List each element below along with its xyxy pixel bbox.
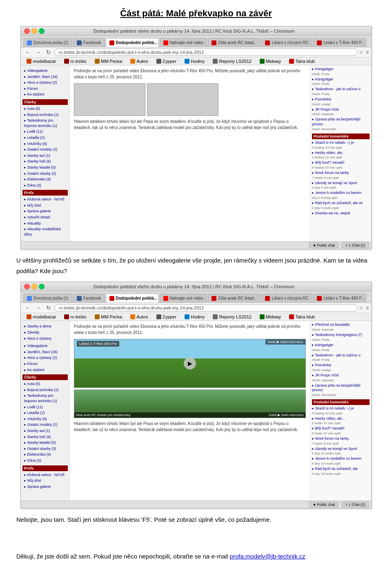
nav-menu-icon-1[interactable]: ≡: [366, 49, 369, 55]
sl2-stavby-let[interactable]: Stavby letadel (0): [22, 440, 68, 446]
sidebar-link-videogalerie-1[interactable]: Videogalerie: [22, 68, 68, 74]
sidebar-link-stazeni-1[interactable]: Ke stažení: [22, 91, 68, 98]
bookmark-midway-1[interactable]: Midway: [257, 58, 283, 64]
sl-elektronika-1[interactable]: Elektronika (9): [22, 176, 68, 182]
public-chat-btn-1[interactable]: ★ Public chat: [309, 243, 339, 248]
bookmark-tatra-2[interactable]: Tatra klub: [287, 314, 317, 320]
bookmark-pecka-2[interactable]: MM Pecka: [92, 314, 125, 320]
reload-btn-2[interactable]: ↻: [45, 304, 53, 312]
sl-stavby-let-1[interactable]: Stavby letadel (0): [22, 165, 68, 171]
bookmark-zypper-2[interactable]: Zypper: [154, 314, 179, 320]
sl-stavby-domy-2[interactable]: Stavby a domy: [22, 323, 68, 329]
chat-close-btn-1[interactable]: × 1 Chat (2): [342, 243, 369, 248]
public-chat-btn-2[interactable]: ★ Public chat: [309, 502, 339, 507]
sl2-vrtulniky[interactable]: Vrtulníky (6): [22, 416, 68, 422]
sl-vrtulniky-1[interactable]: Vrtulníky (6): [22, 141, 68, 147]
sl2-letadla[interactable]: Letadla (2): [22, 410, 68, 416]
maximize-btn-2[interactable]: [39, 284, 45, 289]
bookmark-reporty-1[interactable]: Reporty LS2012: [210, 58, 254, 64]
address-bar-1[interactable]: rc-trebic.jb-technik.cz/dodopoledn-pol-t…: [54, 49, 357, 56]
sl2-ucet[interactable]: Můj účet: [22, 478, 68, 484]
sidebar-link-jezde-1[interactable]: Jezdění, lítaní (26): [22, 74, 68, 80]
sl2-klubova[interactable]: Klubová sekce - NOVÉ: [22, 472, 68, 478]
minimize-btn-2[interactable]: [31, 284, 37, 289]
nav-star-icon-1[interactable]: ☆: [359, 49, 363, 55]
sl-letadla-1[interactable]: Letadla (2): [22, 135, 68, 141]
bookmark-hodiny-2[interactable]: Hodiny: [182, 314, 207, 320]
address-bar-2[interactable]: rc-trebic.jb-technik.cz/dodopoledn-pol-t…: [54, 304, 357, 312]
sl-akce2-2[interactable]: Akce a výstavy (2): [22, 355, 68, 361]
sl2-elektronika[interactable]: Elektronika (9): [22, 452, 68, 458]
tab-gmail-1[interactable]: Doručená pošta (1): [23, 38, 72, 47]
sl2-auta[interactable]: Auta (6): [22, 381, 68, 387]
video-controls-1[interactable]: Sdílet ▶ Další informace: [265, 339, 305, 345]
sl2-tankodrom[interactable]: Tankodromy pro bojovou techniku (1): [22, 393, 68, 404]
sl-lode-1[interactable]: Lodě (11): [22, 129, 68, 135]
tab-zeta-1[interactable]: Zéta aneb RC letad...: [208, 38, 261, 47]
video-player-1[interactable]: Létání s T-Rex 450 Pro Sdílet ▶ Další in…: [74, 339, 306, 388]
tab-letani-2[interactable]: Létání s různými RC: [261, 294, 312, 303]
nav-star-icon-2[interactable]: ☆: [359, 305, 363, 311]
bookmark-midway-2[interactable]: Midway: [257, 314, 283, 320]
sl2-bojova[interactable]: Bojová technika (2): [22, 387, 68, 393]
forward-btn-1[interactable]: →: [34, 49, 43, 56]
tab-trex-1[interactable]: Létání s T-Rex 450 P...: [313, 38, 366, 47]
sl-ost-stavby-1[interactable]: Ostatní stavby (3): [22, 171, 68, 177]
chat-close-btn-2[interactable]: × 1 Chat (2): [342, 502, 369, 507]
sl-stazeni-2[interactable]: Ke stažení: [22, 367, 68, 373]
play-icon-1[interactable]: ▶: [184, 357, 196, 369]
sl-klubova-1[interactable]: Klubová sekce - NOVÉ: [22, 196, 68, 202]
sl2-lode[interactable]: Lodě (11): [22, 404, 68, 410]
sl-auta-1[interactable]: Auta (6): [22, 106, 68, 112]
tab-trex-2[interactable]: Létání s T-Rex 450 P...: [313, 294, 366, 303]
sidebar-link-akce-1[interactable]: Akce a výstavy (2): [22, 80, 68, 86]
video-thumb-2[interactable]: Zéta aneb RC letadlo pro začátečníky Sdí…: [74, 389, 306, 418]
bookmark-rctrebic-2[interactable]: rc-trebic: [62, 314, 89, 320]
tab-yt-1[interactable]: Nahrajte své video: [160, 38, 207, 47]
email-link[interactable]: profa.modely@jb-technik.cz: [230, 553, 305, 560]
tab-rc-active-2[interactable]: Dodopolední polétá...: [106, 294, 159, 303]
tab-rc-active-1[interactable]: Dodopolední polétá...: [106, 38, 159, 47]
sl-ostatni-1[interactable]: Ostatní modely (2): [22, 147, 68, 153]
sl-stavby-lodi-1[interactable]: Stavby lodí (6): [22, 158, 68, 165]
sl-obsah-1[interactable]: Vytvořit obsah: [22, 214, 68, 220]
bookmark-aukro-1[interactable]: Aukro: [128, 58, 151, 64]
back-btn-2[interactable]: ←: [23, 304, 32, 312]
sl-videogalerie-2[interactable]: Videogalerie: [22, 343, 68, 349]
bookmark-zypper-1[interactable]: Zypper: [154, 58, 179, 64]
sl-forum-2[interactable]: Fórum: [22, 361, 68, 367]
sl2-stavby-aut[interactable]: Stavby aut (1): [22, 428, 68, 434]
sl-akt-dilna-1[interactable]: Aktuality modelářské dílny: [22, 226, 68, 237]
maximize-btn-1[interactable]: [39, 28, 45, 34]
close-btn-2[interactable]: [24, 284, 30, 289]
sidebar-link-forum-1[interactable]: Fórum: [22, 86, 68, 92]
bookmark-hodiny-1[interactable]: Hodiny: [182, 58, 207, 64]
sl-galerie-1[interactable]: Správa galerie: [22, 208, 68, 214]
tab-yt-2[interactable]: Nahrajte své video: [160, 294, 207, 303]
sl2-ostatni[interactable]: Ostatní modely (2): [22, 422, 68, 428]
bookmark-aukro-2[interactable]: Aukro: [128, 314, 151, 320]
tab-gmail-2[interactable]: Doručená pošta (1): [23, 294, 72, 303]
tab-fb-1[interactable]: Facebook: [73, 38, 105, 47]
nav-menu-icon-2[interactable]: ≡: [366, 305, 369, 311]
bookmark-rctrebic-1[interactable]: rc-trebic: [62, 58, 89, 64]
bookmark-tatra-1[interactable]: Tatra klub: [287, 58, 317, 64]
sl-jezde-2[interactable]: Jezdění, lítaní (26): [22, 349, 68, 355]
sl-ucet-1[interactable]: Můj účet: [22, 202, 68, 209]
sl2-galerie[interactable]: Správa galerie: [22, 484, 68, 490]
tab-fb-2[interactable]: Facebook: [73, 294, 105, 303]
back-btn-1[interactable]: ←: [23, 49, 32, 56]
reload-btn-1[interactable]: ↻: [45, 49, 53, 56]
tab-letani-1[interactable]: Létání s různými RC: [261, 38, 312, 47]
bookmark-pecka-1[interactable]: MM Pecka: [92, 58, 125, 64]
sl-akce-2[interactable]: Akce a výstavy: [22, 336, 68, 342]
bookmark-modelbazar-2[interactable]: modelbazar: [24, 314, 58, 320]
bookmark-modelbazar-1[interactable]: modelbazar: [24, 58, 58, 64]
sl-zavody-2[interactable]: Závody: [22, 329, 68, 336]
sl-tankodrom-1[interactable]: Tankodromy pro bojovou techniku (1): [22, 118, 68, 129]
sl-stavby-aut-1[interactable]: Stavby aut (1): [22, 153, 68, 159]
close-btn-1[interactable]: [24, 28, 30, 34]
sl2-ost-stavby[interactable]: Ostatní stavby (3): [22, 446, 68, 452]
sl-dilna-1[interactable]: Dílna (5): [22, 182, 68, 189]
sl2-stavby-lodi[interactable]: Stavby lodí (6): [22, 434, 68, 440]
